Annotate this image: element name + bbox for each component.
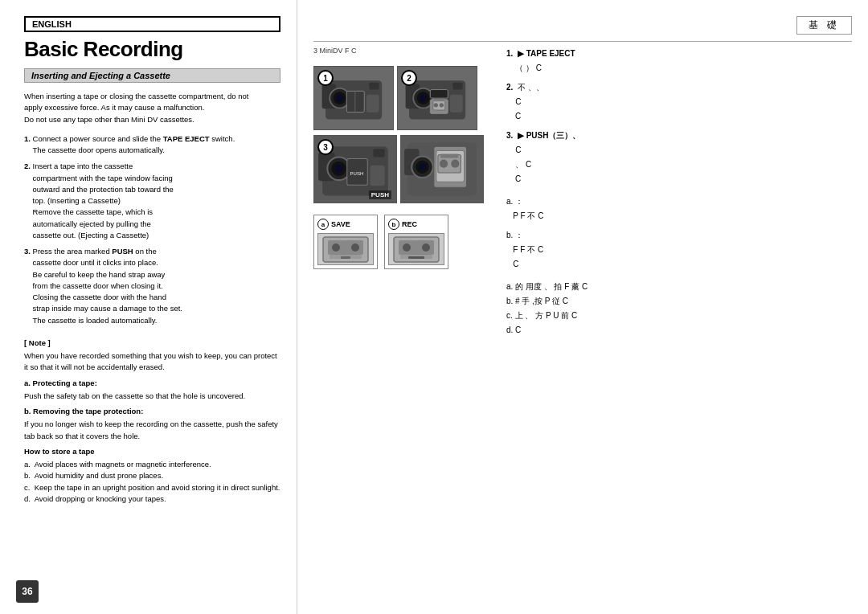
svg-point-4	[336, 95, 343, 102]
step-circle-3: 3	[317, 139, 334, 155]
svg-point-49	[403, 244, 411, 252]
section-title: Inserting and Ejecting a Cassette	[24, 68, 280, 83]
right-column: 基 礎 3 MiniDV F C 1	[297, 0, 868, 614]
push-label: PUSH	[369, 190, 391, 199]
ch-step-3: 3. ▶ PUSH（三）、 C 、 C C	[506, 129, 852, 186]
right-header: 基 礎	[313, 16, 852, 35]
step-3: 3. Press the area marked PUSH on the cas…	[24, 246, 280, 326]
right-content: 3 MiniDV F C 1	[313, 47, 852, 598]
svg-point-50	[422, 244, 430, 252]
note-section: [ Note ] When you have recorded somethin…	[24, 338, 280, 505]
control-rec: b REC	[384, 215, 448, 269]
svg-rect-16	[430, 89, 448, 98]
svg-point-34	[419, 164, 425, 170]
camera-image-2: 2	[397, 66, 477, 130]
image-row-top: 1	[313, 66, 490, 130]
note-header: [ Note ]	[24, 338, 280, 349]
minidv-caption: 3 MiniDV F C	[313, 47, 490, 55]
svg-point-38	[440, 160, 448, 168]
step-circle-2: 2	[401, 70, 417, 86]
left-column: ENGLISH Basic Recording Inserting and Ej…	[0, 0, 297, 614]
page-number: 36	[16, 580, 39, 603]
ch-store: a. 的 用度 、 拍 F 薰 C b. # 手 ,按 P 従 C c. 上 、…	[506, 280, 852, 338]
images-area: 3 MiniDV F C 1	[313, 47, 490, 598]
note-b-header: b. Removing the tape protection:	[24, 406, 280, 417]
svg-point-39	[451, 160, 459, 168]
store-header: How to store a tape	[24, 446, 280, 457]
steps-list: 1. Connect a power source and slide the …	[24, 133, 280, 331]
intro-text: When inserting a tape or closing the cas…	[24, 91, 280, 125]
svg-rect-40	[440, 154, 458, 158]
svg-point-44	[351, 244, 359, 252]
rec-icon	[388, 233, 444, 265]
step-2: 2. Insert a tape into the cassette compa…	[24, 161, 280, 241]
svg-rect-27	[370, 166, 384, 186]
circle-b: b	[388, 219, 399, 230]
svg-point-43	[332, 244, 340, 252]
english-badge: ENGLISH	[24, 16, 280, 32]
cassette-icon	[317, 233, 374, 265]
svg-rect-46	[341, 256, 350, 259]
ch-step-1: 1. ▶ TAPE EJECT （ ） C	[506, 47, 852, 76]
page-container: ENGLISH Basic Recording Inserting and Ej…	[0, 0, 868, 614]
step-1: 1. Connect a power source and slide the …	[24, 133, 280, 157]
controls-row: a SAVE	[313, 215, 490, 269]
svg-rect-26	[373, 149, 384, 158]
svg-point-25	[335, 165, 343, 173]
page-title: Basic Recording	[24, 37, 280, 62]
camera-svg-4	[401, 135, 483, 203]
divider	[313, 41, 852, 42]
svg-point-13	[420, 95, 427, 102]
ch-note: a. ： P F 不 C b. ： F F 不 C C	[506, 194, 852, 272]
ch-step-2: 2. 不 、、 C C	[506, 80, 852, 124]
ch-note-a: a. ： P F 不 C	[506, 194, 544, 223]
svg-rect-6	[366, 95, 379, 113]
camera-image-1: 1	[313, 66, 394, 130]
chinese-title: 基 礎	[796, 16, 852, 35]
camera-image-4	[400, 135, 484, 203]
svg-rect-15	[450, 95, 463, 113]
camera-image-3: 3 PUSH PUSH	[313, 135, 397, 203]
svg-point-20	[440, 103, 444, 107]
svg-rect-5	[369, 83, 379, 90]
image-row-bottom: 3 PUSH PUSH	[313, 135, 490, 203]
save-label: SAVE	[331, 220, 350, 228]
chinese-instructions: 1. ▶ TAPE EJECT （ ） C 2. 不 、、 C C 3. ▶ P…	[498, 47, 852, 598]
svg-rect-52	[408, 256, 424, 259]
circle-a: a	[317, 219, 329, 230]
svg-point-19	[434, 103, 438, 107]
step-circle-1: 1	[317, 70, 334, 86]
control-save: a SAVE	[313, 215, 378, 269]
note-a-header: a. Protecting a tape:	[24, 378, 280, 389]
svg-text:PUSH: PUSH	[350, 170, 364, 176]
rec-label: REC	[402, 220, 417, 228]
ch-note-b: b. ： F F 不 C C	[506, 228, 852, 272]
svg-rect-14	[452, 83, 462, 90]
